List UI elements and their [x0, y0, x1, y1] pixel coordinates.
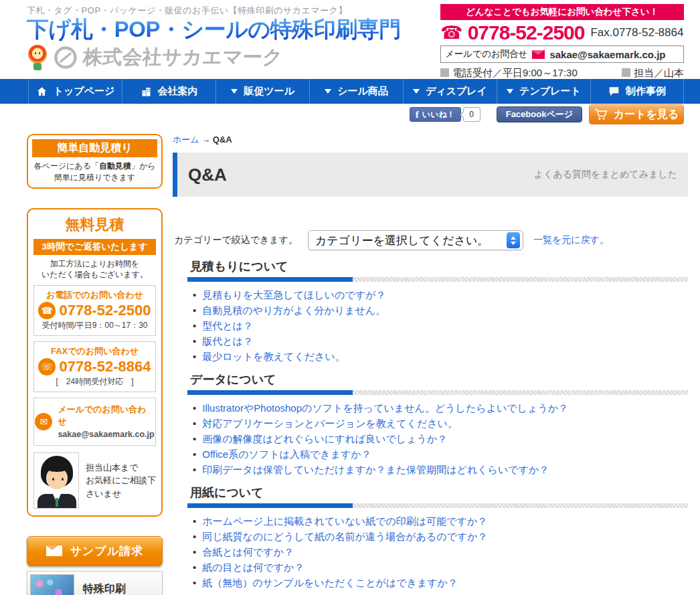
auto-quote-button[interactable]: 簡単自動見積り [32, 139, 157, 157]
facebook-page-button[interactable]: Facebookページ [497, 106, 582, 122]
page-title: Q&A [188, 165, 227, 185]
home-icon [36, 86, 48, 97]
section-rule [187, 503, 688, 508]
breadcrumb-home-link[interactable]: ホーム [173, 135, 199, 145]
list-item: 画像の解像度はどれぐらいにすれば良いでしょうか？ [193, 432, 688, 446]
list-item: 対応アプリケーションとバージョンを教えてください。 [193, 417, 688, 430]
phone-contact-label: お電話でのお問い合わせ [35, 289, 154, 301]
bullet-icon [193, 417, 202, 430]
list-item: 版代とは？ [193, 335, 688, 348]
nav-item-promo-tools[interactable]: 販促ツール [215, 79, 309, 104]
nav-item-seal-products[interactable]: シール商品 [309, 79, 403, 104]
section-rule [187, 277, 688, 282]
section-rule [187, 390, 688, 395]
category-select[interactable]: カテゴリーを選択してください。 [308, 230, 523, 250]
cart-icon [594, 108, 608, 120]
section-heading: 用紙について [190, 485, 688, 503]
fax-icon: ☏ [38, 358, 56, 375]
header-contact: どんなことでもお気軽にお問い合わせ下さい！ ☎ 0778-52-2500 Fax… [440, 4, 684, 80]
phone-number: 0778-52-2500 [468, 21, 585, 44]
facebook-like-button[interactable]: いいね！ [410, 107, 461, 122]
envelope-icon [532, 50, 545, 59]
bullet-square-icon [440, 68, 449, 77]
bullet-icon [193, 448, 202, 461]
staff-name: 担当／山本 [622, 67, 684, 80]
sidebar-email-link[interactable]: sakae@sakaemark.co.jp [58, 430, 154, 439]
question-link[interactable]: 合紙とは何ですか？ [202, 545, 294, 559]
question-link[interactable]: 見積もりを大至急してほしいのですが？ [202, 288, 385, 302]
fax-contact-box: FAXでのお問い合わせ ☏ 0778-52-8864 [ 24時間受付対応 ] [33, 341, 156, 392]
bullet-icon [193, 304, 202, 317]
question-link[interactable]: 対応アプリケーションとバージョンを教えてください。 [202, 417, 458, 430]
list-item: ホームページ上に掲載されていない紙での印刷は可能ですか？ [193, 515, 688, 528]
main-navigation: トップページ 会社案内 販促ツール シール商品 ディスプレイ テンプレート 制作… [0, 79, 700, 104]
free-quote-note: 加工方法によりお時間を いただく場合もございます。 [32, 258, 157, 280]
question-link[interactable]: ホームページ上に掲載されていない紙での印刷は可能ですか？ [202, 515, 487, 528]
question-link[interactable]: 最少ロットを教えてください。 [202, 350, 345, 363]
free-quote-banner: 3時間でご返答いたします [33, 239, 156, 255]
question-list: ホームページ上に掲載されていない紙での印刷は可能ですか？ 同じ紙質なのにどうして… [193, 515, 688, 590]
reset-list-link[interactable]: 一覧を元に戻す。 [533, 234, 609, 246]
nav-item-top-page[interactable]: トップページ [28, 79, 122, 104]
question-link[interactable]: 紙（無地）のサンプルをいただくことがはできますか？ [202, 576, 458, 590]
free-quote-title: 無料見積 [32, 215, 157, 235]
bullet-icon [193, 561, 202, 574]
section-heading: データについて [190, 371, 688, 390]
breadcrumb-separator: → [201, 135, 210, 145]
question-link[interactable]: 紙の目とは何ですか？ [202, 561, 304, 574]
logo-ring-icon [54, 46, 78, 70]
mail-contact-box: メールでのお問合せ sakae@sakaemark.co.jp [440, 46, 684, 63]
nav-item-template[interactable]: テンプレート [497, 79, 590, 104]
list-item: 同じ紙質なのにどうして紙の名前が違う場合があるのですか？ [193, 530, 688, 543]
like-count-badge: 0 [463, 107, 480, 122]
list-item: 最少ロットを教えてください。 [193, 350, 688, 363]
reception-row: 電話受付／平日9:00～17:30 担当／山本 [440, 67, 684, 80]
site-title: 下げ札・POP・シールの特殊印刷専門 [27, 17, 401, 42]
question-link[interactable]: 同じ紙質なのにどうして紙の名前が違う場合があるのですか？ [202, 530, 487, 543]
sample-request-button[interactable]: サンプル請求 [27, 536, 163, 566]
phone-hours: 受付時間/平日9：00～17：30 [35, 320, 154, 331]
building-icon [141, 86, 152, 97]
view-cart-button[interactable]: カートを見る [589, 104, 684, 124]
nav-item-works[interactable]: 制作事例 [590, 79, 684, 104]
staff-avatar [33, 452, 79, 509]
header-branding: 下札・タグ・POP・パッケージ・販促のお手伝い【特殊印刷のサカエマーク】 下げ札… [27, 5, 401, 71]
question-link[interactable]: 画像の解像度はどれぐらいにすれば良いでしょうか？ [202, 432, 447, 446]
list-item: 型代とは？ [193, 319, 688, 333]
sidebar-item-special-printing[interactable]: 特殊印刷 [27, 571, 163, 595]
question-list: IllustratorやPhotoshopのソフトを持っていません。どうしたらよ… [193, 402, 688, 477]
question-link[interactable]: Office系のソフトは入稿できますか？ [202, 448, 371, 461]
site-tagline: 下札・タグ・POP・パッケージ・販促のお手伝い【特殊印刷のサカエマーク】 [27, 5, 401, 17]
email-link[interactable]: sakae@sakaemark.co.jp [549, 49, 665, 60]
dropdown-arrow-icon [507, 89, 513, 94]
breadcrumb: ホーム → Q&A [173, 134, 232, 146]
special-printing-thumbnail [30, 574, 74, 595]
list-item: 紙（無地）のサンプルをいただくことがはできますか？ [193, 576, 688, 590]
nav-item-company[interactable]: 会社案内 [122, 79, 215, 104]
free-quote-box: 無料見積 3時間でご返答いたします 加工方法によりお時間を いただく場合もござい… [27, 208, 163, 517]
contact-banner: どんなことでもお気軽にお問い合わせ下さい！ [440, 4, 684, 20]
question-link[interactable]: 版代とは？ [202, 335, 253, 348]
list-item: 見積もりを大至急してほしいのですが？ [193, 288, 688, 302]
nav-item-display[interactable]: ディスプレイ [403, 79, 497, 104]
question-link[interactable]: IllustratorやPhotoshopのソフトを持っていません。どうしたらよ… [202, 402, 568, 415]
main-content: Q&A よくある質問をまとめてみました カテゴリーで絞込できます。 カテゴリーを… [173, 153, 688, 595]
qa-section-data: データについて IllustratorやPhotoshopのソフトを持っていませ… [187, 371, 688, 477]
company-logo: 株式会社サカエマーク [27, 44, 401, 71]
phone-icon: ☎ [38, 302, 56, 319]
bullet-icon [193, 432, 202, 446]
question-link[interactable]: 印刷データは保管していただけますか？また保管期間はどれくらいですか？ [202, 463, 549, 477]
auto-quote-box: 簡単自動見積り 各ページにある「自動見積」から 簡単に見積りできます [27, 134, 163, 189]
dropdown-arrow-icon [325, 89, 331, 94]
sidebar-phone-number: 0778-52-2500 [59, 302, 151, 319]
phone-row: ☎ 0778-52-2500 Fax.0778-52-8864 [440, 21, 684, 44]
breadcrumb-current: Q&A [213, 135, 232, 145]
list-item: 紙の目とは何ですか？ [193, 561, 688, 574]
sidebar: 簡単自動見積り 各ページにある「自動見積」から 簡単に見積りできます 無料見積 … [27, 134, 163, 595]
mail-label: メールでのお問合せ [445, 48, 527, 60]
question-link[interactable]: 型代とは？ [202, 319, 253, 333]
staff-contact-row: 担当山本まで お気軽にご相談下 さいませ [33, 452, 156, 509]
bullet-square-icon [622, 68, 630, 77]
envelope-icon: ✉ [35, 413, 52, 430]
question-link[interactable]: 自動見積のやり方がよく分かりません。 [202, 304, 385, 317]
